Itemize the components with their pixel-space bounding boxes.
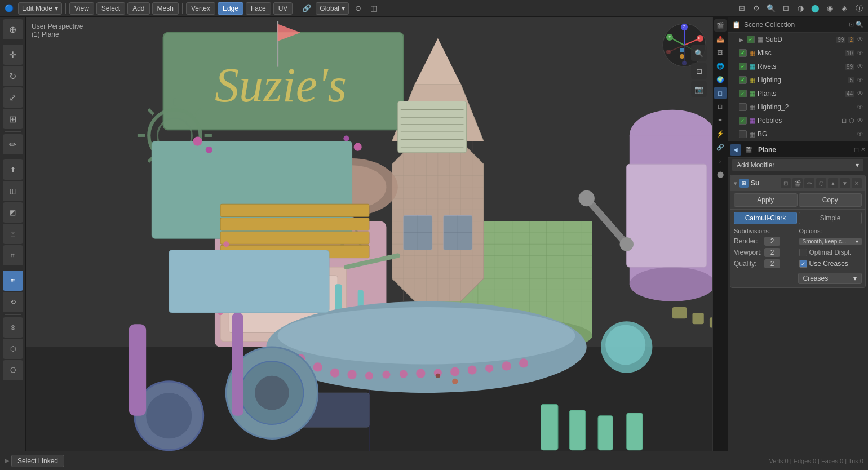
visibility-check-misc[interactable]: ✓ [739,49,747,57]
select-menu[interactable]: Select [96,2,125,15]
proportional-icon[interactable]: ⊙ [351,2,365,15]
mod-up-icon[interactable]: ▲ [828,178,838,188]
collection-item-pebbles[interactable]: ✓ ▦ Pebbles ⊡ ⬡ 👁 [728,114,868,127]
eye-icon-rivets[interactable]: 👁 [857,63,863,70]
mod-realtime-icon[interactable]: ⊡ [781,178,791,188]
spin-tool-btn[interactable]: ⊛ [3,317,23,338]
face-btn[interactable]: Face [246,2,271,15]
render-value[interactable]: 2 [764,237,780,246]
uv-btn[interactable]: UV [273,2,293,15]
prop-header-render-icon[interactable]: 🎬 [743,144,754,156]
prop-header-close[interactable]: ✕ [861,146,866,153]
annotate-tool-btn[interactable]: ✏ [3,134,23,154]
knife-tool-btn[interactable]: ⌗ [3,245,23,265]
prop-icon-output[interactable]: 📤 [714,33,727,45]
loopcut-tool-btn[interactable]: ⊡ [3,224,23,244]
search-icon[interactable]: 🔍 [764,2,778,15]
collection-item-lighting2[interactable]: ✓ ▦ Lighting_2 👁 [728,100,868,114]
zoom-icon[interactable]: 🔍 [691,45,707,61]
viewport-shading-solid[interactable]: ⬤ [808,2,822,15]
visibility-check-rivets[interactable]: ✓ [739,63,747,70]
outliner-search-icon[interactable]: 🔍 [856,21,863,28]
collection-item-subd[interactable]: ▶ ✓ ▦ SubD 99 2 👁 [728,33,868,46]
prop-header-arrow-icon[interactable]: ◀ [730,144,741,156]
eye-icon-pebbles[interactable]: 👁 [857,117,863,125]
prop-header-expand[interactable]: ◻ [854,146,859,153]
prop-icon-modifier[interactable]: ⊞ [714,100,727,113]
overlay-icon[interactable]: ⊡ [779,2,792,15]
eye-icon-misc[interactable]: 👁 [857,49,863,57]
collection-item-plants[interactable]: ✓ ▦ Plants 44 👁 [728,87,868,100]
bevel-tool-btn[interactable]: ◩ [3,202,23,223]
prop-icon-world[interactable]: 🌍 [714,73,727,86]
collection-item-misc[interactable]: ✓ ▦ Misc 10 👁 [728,46,868,60]
mod-delete-icon[interactable]: ✕ [852,178,862,188]
extrude-tool-btn[interactable]: ⬆ [3,159,23,180]
viewport[interactable]: User Perspective (1) Plane [26,17,712,451]
settings-icon[interactable]: ⚙ [750,2,763,15]
optimal-disp-checkbox[interactable] [799,249,807,256]
mod-down-icon[interactable]: ▼ [840,178,850,188]
smooth-options-dropdown[interactable]: Smooth, keep c... ▾ [799,238,862,245]
eye-icon-plants[interactable]: 👁 [857,90,863,97]
mode-dropdown[interactable]: Edit Mode ▾ [18,2,62,15]
eye-icon-bg[interactable]: 👁 [857,130,863,138]
mod-editmode-icon[interactable]: ✏ [804,178,814,188]
rotate-tool-btn[interactable]: ↻ [3,66,23,86]
polybuild-tool-btn[interactable]: ⬡ [3,339,23,359]
visibility-check-lighting[interactable]: ✓ [739,76,747,84]
snap-icon[interactable]: 🔗 [300,2,313,15]
visibility-check[interactable]: ✓ [747,36,755,43]
use-creases-checkbox[interactable]: ✓ [799,260,807,268]
blender-logo[interactable]: 🔵 [2,2,16,15]
visibility-check-pebbles[interactable]: ✓ [739,117,747,125]
transform-tool-btn[interactable]: ⊞ [3,109,23,129]
mod-expand-icon[interactable]: ▾ [734,180,737,187]
viewport-shading-render[interactable]: ◈ [838,2,851,15]
camera-view-icon[interactable]: 📷 [691,81,707,97]
eye-icon-lighting[interactable]: 👁 [857,76,863,84]
collection-item-bg[interactable]: ✓ ▦ BG 👁 [728,127,868,141]
eye-icon-lighting2[interactable]: 👁 [857,103,863,111]
creases-dropdown[interactable]: Creases ▾ [798,273,862,284]
cursor-tool-btn[interactable]: ⊕ [3,19,23,39]
prop-icon-material[interactable]: ⬤ [714,168,727,180]
quality-value[interactable]: 2 [764,259,780,268]
shading-icon[interactable]: ◑ [794,2,807,15]
viewport-shading-material[interactable]: ◉ [823,2,836,15]
smooth-tool-btn[interactable]: ≋ [3,271,23,291]
collection-item-lighting[interactable]: ✓ ▦ Lighting 5 👁 [728,73,868,87]
prop-icon-object[interactable]: ◻ [714,87,727,99]
prop-icon-view[interactable]: 🖼 [714,46,727,59]
copy-button[interactable]: Copy [799,193,862,207]
add-menu[interactable]: Add [127,2,149,15]
snap2-icon[interactable]: ◫ [367,2,380,15]
tab-catmull-clark[interactable]: Catmull-Clark [734,212,797,224]
prop-icon-render[interactable]: 🎬 [714,19,727,32]
tab-simple[interactable]: Simple [799,212,862,224]
prop-icon-scene[interactable]: 🌐 [714,60,727,72]
visibility-check-lighting2[interactable]: ✓ [739,103,747,111]
prop-icon-constraints[interactable]: 🔗 [714,141,727,153]
collection-item-rivets[interactable]: ✓ ▦ Rivets 99 👁 [728,60,868,73]
inset-tool-btn[interactable]: ◫ [3,181,23,201]
prop-icon-particles[interactable]: ✦ [714,114,727,126]
move-tool-btn[interactable]: ✛ [3,45,23,65]
viewport-value[interactable]: 2 [764,248,780,257]
apply-button[interactable]: Apply [734,193,798,207]
select-linked-btn[interactable]: Select Linked [11,455,64,467]
transform-dropdown[interactable]: Global ▾ [316,2,349,15]
prop-icon-physics[interactable]: ⚡ [714,127,727,140]
scale-tool-btn[interactable]: ⤢ [3,87,23,108]
viewport-shading-info[interactable]: ⓘ [852,2,866,15]
visibility-check-bg[interactable]: ✓ [739,130,747,138]
vertex-btn[interactable]: Vertex [186,2,215,15]
layout-icon[interactable]: ⊞ [735,2,749,15]
view-menu[interactable]: View [69,2,94,15]
draw-tool-btn[interactable]: ⎔ [3,360,23,380]
shrinkfatten-tool-btn[interactable]: ⟲ [3,292,23,312]
prop-icon-data[interactable]: ⬦ [714,154,727,167]
edge-btn[interactable]: Edge [218,2,243,15]
mesh-menu[interactable]: Mesh [152,2,179,15]
eye-icon-subd[interactable]: 👁 [857,36,863,43]
